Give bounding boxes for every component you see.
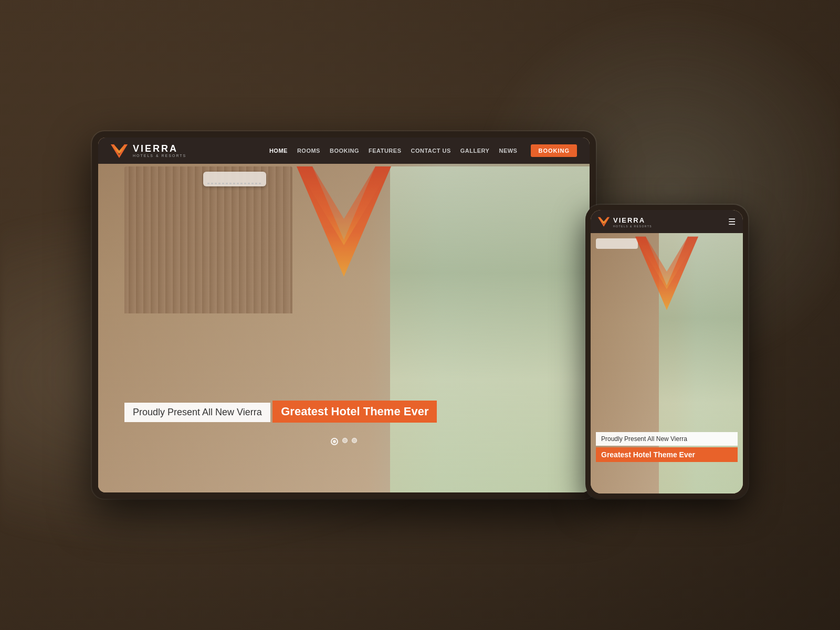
nav-link-home[interactable]: HOME (269, 148, 288, 154)
slide-dot-3[interactable] (352, 438, 357, 443)
booking-button[interactable]: BOOKING (531, 144, 577, 157)
tablet-nav-links: HOME ROOMS BOOKING FEATURES CONTACT US G… (269, 144, 577, 157)
phone-brand-sub: HOTELS & RESORTS (613, 225, 652, 228)
hamburger-menu-icon[interactable]: ☰ (728, 217, 736, 227)
tablet-logo-area: VIERRA HOTELS & RESORTS (111, 142, 186, 159)
tablet-headboard (124, 166, 292, 313)
phone-ac-unit (596, 238, 638, 249)
tablet-ac-unit (203, 172, 266, 186)
phone-hero-text: Proudly Present All New Vierra Greatest … (591, 432, 743, 462)
svg-marker-1 (111, 144, 128, 154)
nav-link-gallery[interactable]: GALLERY (460, 148, 490, 154)
svg-marker-5 (598, 217, 610, 224)
phone-navbar: VIERRA HOTELS & RESORTS ☰ (591, 210, 743, 233)
svg-marker-3 (297, 166, 391, 245)
tablet-logo-icon (111, 142, 128, 159)
slide-dot-2[interactable] (342, 438, 348, 443)
slide-dot-1[interactable] (331, 438, 338, 445)
nav-link-booking[interactable]: BOOKING (330, 148, 359, 154)
scene-container: VIERRA HOTELS & RESORTS HOME ROOMS BOOKI… (105, 131, 735, 499)
tablet-hero-title: Greatest Hotel Theme Ever (272, 401, 437, 423)
svg-marker-7 (635, 237, 698, 289)
tablet-navbar: VIERRA HOTELS & RESORTS HOME ROOMS BOOKI… (98, 138, 590, 164)
tablet-brand-sub: HOTELS & RESORTS (133, 154, 186, 158)
phone-logo-icon (598, 216, 610, 227)
nav-link-features[interactable]: FEATURES (369, 148, 401, 154)
phone-device: VIERRA HOTELS & RESORTS ☰ (585, 205, 748, 499)
phone-hero-title: Greatest Hotel Theme Ever (596, 447, 738, 462)
tablet-logo-text: VIERRA HOTELS & RESORTS (133, 144, 186, 158)
phone-hero-subtitle: Proudly Present All New Vierra (596, 432, 738, 446)
tablet-hero-logo (297, 166, 391, 282)
phone-hero-logo (635, 233, 698, 317)
tablet-hero-text: Proudly Present All New Vierra Greatest … (124, 401, 485, 424)
phone-logo-area: VIERRA HOTELS & RESORTS (598, 215, 652, 228)
tablet-brand-name: VIERRA (133, 144, 186, 153)
tablet-device: VIERRA HOTELS & RESORTS HOME ROOMS BOOKI… (92, 131, 596, 499)
phone-logo-text: VIERRA HOTELS & RESORTS (613, 215, 652, 228)
phone-brand-name: VIERRA (613, 216, 645, 224)
tablet-screen: VIERRA HOTELS & RESORTS HOME ROOMS BOOKI… (98, 138, 590, 492)
nav-link-news[interactable]: NEWS (499, 148, 517, 154)
tablet-slide-dots (331, 438, 357, 445)
tablet-hero-subtitle: Proudly Present All New Vierra (124, 403, 270, 422)
phone-screen: VIERRA HOTELS & RESORTS ☰ (591, 210, 743, 494)
tablet-window (390, 166, 590, 492)
nav-link-contact[interactable]: CONTACT US (411, 148, 450, 154)
nav-link-rooms[interactable]: ROOMS (297, 148, 320, 154)
